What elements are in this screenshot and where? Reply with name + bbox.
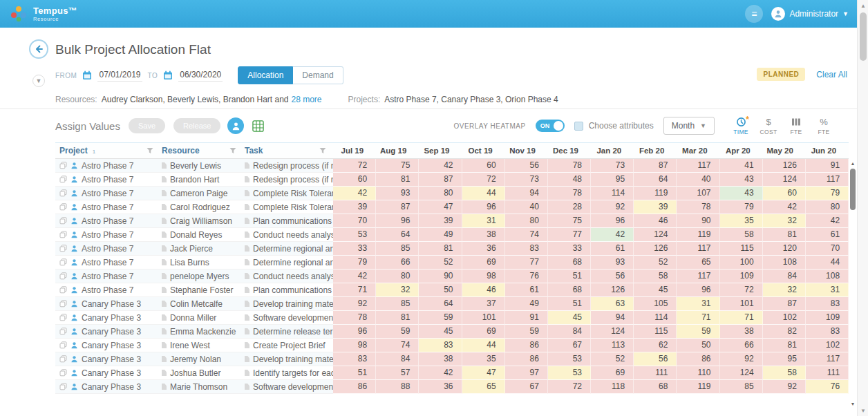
allocation-value-cell[interactable]: 38 bbox=[419, 352, 462, 366]
allocation-value-cell[interactable]: 126 bbox=[634, 242, 677, 256]
allocation-value-cell[interactable]: 78 bbox=[548, 187, 591, 200]
allocation-value-cell[interactable]: 31 bbox=[806, 283, 849, 297]
person-icon[interactable] bbox=[70, 355, 78, 363]
filter-icon[interactable] bbox=[229, 147, 236, 154]
allocation-value-cell[interactable]: 69 bbox=[462, 325, 505, 339]
window-scroll-thumb[interactable] bbox=[860, 12, 867, 61]
calendar-icon[interactable] bbox=[163, 70, 173, 80]
allocation-value-cell[interactable]: 84 bbox=[548, 325, 591, 339]
allocation-value-cell[interactable]: 66 bbox=[720, 339, 763, 352]
copy-icon[interactable] bbox=[59, 383, 67, 390]
allocation-value-cell[interactable]: 33 bbox=[333, 242, 376, 256]
allocation-value-cell[interactable]: 74 bbox=[376, 339, 419, 352]
allocation-value-cell[interactable]: 31 bbox=[462, 214, 505, 228]
scroll-down-icon[interactable]: ▼ bbox=[849, 399, 857, 408]
task-cell[interactable]: Develop training materials bbox=[243, 352, 333, 366]
allocation-value-cell[interactable]: 94 bbox=[591, 311, 634, 325]
allocation-value-cell[interactable]: 107 bbox=[677, 187, 719, 200]
allocation-value-cell[interactable]: 91 bbox=[505, 311, 548, 325]
allocation-value-cell[interactable]: 42 bbox=[333, 187, 376, 200]
release-button[interactable]: Release bbox=[173, 118, 220, 133]
allocation-value-cell[interactable]: 124 bbox=[591, 325, 634, 339]
allocation-value-cell[interactable]: 86 bbox=[677, 352, 719, 366]
person-icon[interactable] bbox=[70, 258, 78, 266]
resource-cell[interactable]: Lisa Burns bbox=[160, 256, 243, 270]
copy-icon[interactable] bbox=[59, 231, 67, 238]
task-cell[interactable]: Develop training materials bbox=[243, 297, 333, 311]
allocation-value-cell[interactable]: 98 bbox=[462, 270, 505, 283]
allocation-value-cell[interactable]: 97 bbox=[505, 366, 548, 380]
grid-scrollbar[interactable]: ▲ ▼ bbox=[849, 159, 857, 408]
allocation-value-cell[interactable]: 91 bbox=[806, 159, 849, 173]
user-menu[interactable]: Administrator ▼ bbox=[771, 7, 849, 21]
person-icon[interactable] bbox=[70, 203, 78, 211]
resource-cell[interactable]: Cameron Paige bbox=[160, 187, 243, 200]
copy-icon[interactable] bbox=[59, 286, 67, 294]
allocation-value-cell[interactable]: 47 bbox=[419, 200, 462, 214]
allocation-value-cell[interactable]: 120 bbox=[763, 242, 806, 256]
allocation-value-cell[interactable]: 32 bbox=[763, 283, 806, 297]
allocation-value-cell[interactable]: 56 bbox=[505, 159, 548, 173]
allocation-value-cell[interactable]: 80 bbox=[419, 187, 462, 200]
allocation-value-cell[interactable]: 119 bbox=[677, 228, 719, 242]
allocation-value-cell[interactable]: 81 bbox=[763, 228, 806, 242]
allocation-value-cell[interactable]: 124 bbox=[634, 228, 677, 242]
allocation-value-cell[interactable]: 42 bbox=[333, 270, 376, 283]
allocation-value-cell[interactable]: 58 bbox=[763, 366, 806, 380]
demand-tab[interactable]: Demand bbox=[293, 66, 343, 84]
task-cell[interactable]: Complete Risk Tolerance Asse... bbox=[243, 187, 333, 200]
allocation-value-cell[interactable]: 83 bbox=[419, 339, 462, 352]
resource-column-header[interactable]: Resource bbox=[160, 146, 243, 155]
allocation-value-cell[interactable]: 53 bbox=[548, 366, 591, 380]
scroll-up-icon[interactable]: ▲ bbox=[849, 159, 857, 167]
allocation-value-cell[interactable]: 49 bbox=[505, 297, 548, 311]
task-cell[interactable]: Software development templa... bbox=[243, 380, 333, 394]
allocation-value-cell[interactable]: 51 bbox=[333, 366, 376, 380]
allocation-value-cell[interactable]: 60 bbox=[333, 173, 376, 187]
allocation-value-cell[interactable]: 42 bbox=[419, 159, 462, 173]
allocation-value-cell[interactable]: 60 bbox=[462, 159, 505, 173]
person-icon[interactable] bbox=[70, 176, 78, 183]
task-cell[interactable]: Redesign process (if necessary) bbox=[243, 173, 333, 187]
allocation-value-cell[interactable]: 73 bbox=[505, 173, 548, 187]
allocation-value-cell[interactable]: 126 bbox=[763, 159, 806, 173]
allocation-value-cell[interactable]: 68 bbox=[634, 380, 677, 394]
task-cell[interactable]: Identify targets for each camp... bbox=[243, 366, 333, 380]
allocation-value-cell[interactable]: 71 bbox=[333, 283, 376, 297]
allocation-value-cell[interactable]: 124 bbox=[763, 173, 806, 187]
from-date-input[interactable]: 07/01/2019 bbox=[97, 69, 142, 82]
person-icon[interactable] bbox=[70, 272, 78, 280]
allocation-value-cell[interactable]: 117 bbox=[806, 352, 849, 366]
resource-cell[interactable]: Marie Thomson bbox=[160, 380, 243, 394]
heatmap-toggle[interactable]: ON bbox=[536, 120, 565, 132]
allocation-value-cell[interactable]: 117 bbox=[677, 242, 719, 256]
allocation-value-cell[interactable]: 75 bbox=[376, 159, 419, 173]
allocation-value-cell[interactable]: 59 bbox=[677, 325, 719, 339]
allocation-value-cell[interactable]: 92 bbox=[591, 200, 634, 214]
allocation-value-cell[interactable]: 42 bbox=[419, 366, 462, 380]
allocation-value-cell[interactable]: 49 bbox=[419, 228, 462, 242]
allocation-value-cell[interactable]: 88 bbox=[376, 380, 419, 394]
allocation-value-cell[interactable]: 61 bbox=[591, 242, 634, 256]
calendar-icon[interactable] bbox=[82, 70, 92, 80]
allocation-value-cell[interactable]: 48 bbox=[548, 173, 591, 187]
allocation-value-cell[interactable]: 71 bbox=[720, 311, 763, 325]
allocation-value-cell[interactable]: 82 bbox=[763, 325, 806, 339]
allocation-value-cell[interactable]: 64 bbox=[634, 173, 677, 187]
copy-icon[interactable] bbox=[59, 258, 67, 266]
person-icon[interactable] bbox=[70, 162, 78, 169]
allocation-value-cell[interactable]: 58 bbox=[634, 270, 677, 283]
person-icon[interactable] bbox=[70, 245, 78, 252]
allocation-value-cell[interactable]: 77 bbox=[548, 228, 591, 242]
allocation-value-cell[interactable]: 39 bbox=[634, 200, 677, 214]
resource-cell[interactable]: Stephanie Foster bbox=[160, 283, 243, 297]
allocation-value-cell[interactable]: 96 bbox=[677, 283, 719, 297]
allocation-value-cell[interactable]: 79 bbox=[806, 187, 849, 200]
allocation-value-cell[interactable]: 93 bbox=[376, 187, 419, 200]
copy-icon[interactable] bbox=[59, 176, 67, 183]
allocation-value-cell[interactable]: 78 bbox=[677, 200, 719, 214]
allocation-value-cell[interactable]: 90 bbox=[677, 214, 719, 228]
allocation-value-cell[interactable]: 96 bbox=[333, 325, 376, 339]
allocation-value-cell[interactable]: 117 bbox=[677, 270, 719, 283]
allocation-value-cell[interactable]: 83 bbox=[505, 242, 548, 256]
